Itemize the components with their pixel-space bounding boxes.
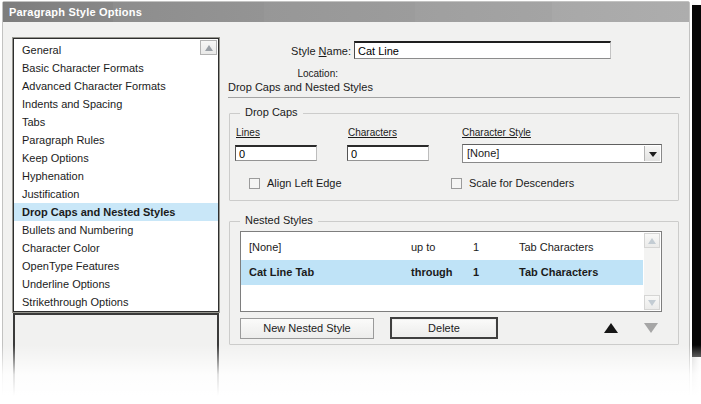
nested-style-count[interactable]: 1: [473, 235, 479, 260]
sidebar-item-opentype-features[interactable]: OpenType Features: [14, 257, 218, 275]
nested-style-count[interactable]: 1: [473, 260, 479, 285]
align-left-edge-label: Align Left Edge: [267, 177, 342, 189]
nested-styles-list: [None] up to 1 Tab Characters Cat Line T…: [240, 231, 662, 312]
scale-for-descenders-label: Scale for Descenders: [469, 177, 574, 189]
sidebar-item-keep-options[interactable]: Keep Options: [14, 149, 218, 167]
sidebar-item-strikethrough-options[interactable]: Strikethrough Options: [14, 293, 218, 311]
nested-style-row[interactable]: [None] up to 1 Tab Characters: [241, 235, 643, 260]
nested-style-match[interactable]: through: [411, 260, 453, 285]
nested-list-scrollbar[interactable]: [644, 233, 660, 310]
sidebar-item-hyphenation[interactable]: Hyphenation: [14, 167, 218, 185]
lines-input[interactable]: [235, 145, 317, 161]
sidebar-item-justification[interactable]: Justification: [14, 185, 218, 203]
panel-heading: Drop Caps and Nested Styles: [228, 81, 373, 93]
nested-style-match[interactable]: up to: [411, 235, 435, 260]
scroll-down-icon: [648, 300, 656, 306]
sidebar-item-character-color[interactable]: Character Color: [14, 239, 218, 257]
drop-caps-legend: Drop Caps: [240, 106, 303, 118]
style-name-label-mnemonic: N: [319, 45, 327, 57]
location-label: Location:: [241, 68, 338, 79]
nested-style-name[interactable]: Cat Line Tab: [249, 260, 314, 285]
sidebar-item-basic-character-formats[interactable]: Basic Character Formats: [14, 59, 218, 77]
character-style-label: Character Style: [462, 127, 531, 138]
nested-styles-group: Nested Styles [None] up to 1 Tab Charact…: [229, 221, 679, 345]
nested-list-scroll-down-button[interactable]: [644, 295, 660, 310]
sidebar-item-general[interactable]: General: [14, 41, 218, 59]
sidebar-item-underline-options[interactable]: Underline Options: [14, 275, 218, 293]
style-name-label-suffix: ame:: [327, 45, 351, 57]
scroll-up-icon: [205, 45, 213, 51]
align-left-edge-checkbox[interactable]: [249, 178, 260, 189]
chevron-down-icon: [649, 152, 657, 157]
sidebar-scroll-up-button[interactable]: [200, 40, 217, 55]
drop-caps-group: Drop Caps Lines Characters Character Sty…: [229, 113, 679, 201]
sidebar-item-bullets-and-numbering[interactable]: Bullets and Numbering: [14, 221, 218, 239]
style-name-input[interactable]: [354, 41, 611, 59]
lines-label: Lines: [236, 127, 260, 138]
scale-for-descenders-checkbox[interactable]: [451, 178, 462, 189]
dropdown-arrow-button[interactable]: [644, 146, 660, 161]
paragraph-style-options-dialog: Paragraph Style Options General Basic Ch…: [2, 1, 690, 403]
nested-list-scroll-up-button[interactable]: [644, 233, 660, 248]
delete-button[interactable]: Delete: [390, 317, 498, 339]
nested-style-row-selected[interactable]: Cat Line Tab through 1 Tab Characters: [241, 260, 643, 285]
sidebar-item-advanced-character-formats[interactable]: Advanced Character Formats: [14, 77, 218, 95]
style-name-label: Style Name:: [241, 45, 351, 57]
screenshot-stage: Paragraph Style Options General Basic Ch…: [0, 0, 701, 404]
nested-styles-legend: Nested Styles: [240, 214, 318, 226]
characters-label: Characters: [348, 127, 397, 138]
sidebar-item-paragraph-rules[interactable]: Paragraph Rules: [14, 131, 218, 149]
backdrop-strip-right: [690, 5, 701, 357]
preview-box: [13, 313, 219, 403]
heading-divider: [228, 97, 680, 98]
character-style-dropdown[interactable]: [None]: [462, 144, 662, 163]
character-style-value: [None]: [463, 145, 661, 162]
sidebar-item-indents-and-spacing[interactable]: Indents and Spacing: [14, 95, 218, 113]
scroll-up-icon: [648, 238, 656, 244]
move-up-button[interactable]: [604, 323, 618, 333]
nested-style-unit[interactable]: Tab Characters: [519, 260, 598, 285]
category-list: General Basic Character Formats Advanced…: [13, 38, 219, 312]
sidebar-item-tabs[interactable]: Tabs: [14, 113, 218, 131]
nested-style-unit[interactable]: Tab Characters: [519, 235, 594, 260]
move-down-button[interactable]: [644, 323, 658, 333]
dialog-title: Paragraph Style Options: [9, 6, 142, 18]
dialog-titlebar[interactable]: Paragraph Style Options: [3, 2, 689, 22]
new-nested-style-button[interactable]: New Nested Style: [240, 318, 374, 339]
nested-style-name[interactable]: [None]: [249, 235, 281, 260]
sidebar-item-drop-caps-and-nested-styles[interactable]: Drop Caps and Nested Styles: [14, 203, 218, 221]
style-name-label-prefix: Style: [291, 45, 319, 57]
characters-input[interactable]: [347, 145, 429, 161]
